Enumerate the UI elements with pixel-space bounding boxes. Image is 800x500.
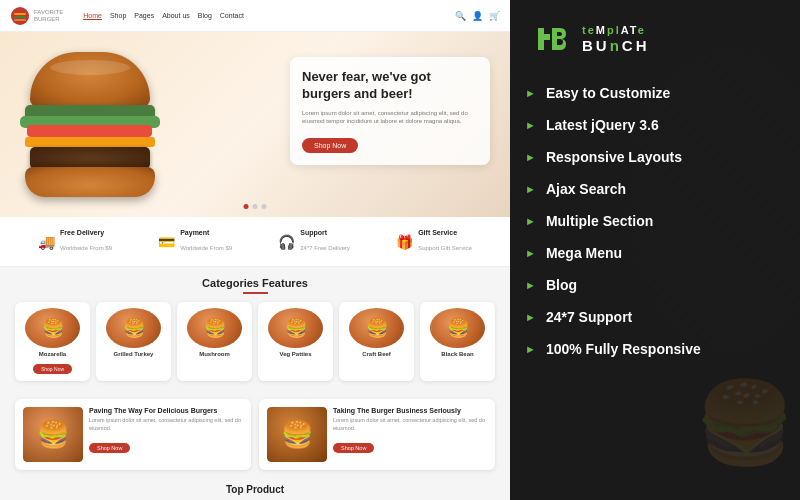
svg-rect-4 bbox=[530, 18, 572, 60]
svg-rect-2 bbox=[14, 16, 26, 18]
brand-header: teMplATe BUnCH bbox=[510, 0, 800, 72]
nav-home[interactable]: Home bbox=[83, 12, 102, 20]
arrow-icon-3: ► bbox=[525, 183, 536, 195]
delivery-icon: 🚚 bbox=[38, 234, 55, 250]
promo-card-1: 🍔 Taking The Burger Business Seriously L… bbox=[259, 399, 495, 470]
svg-rect-1 bbox=[14, 13, 26, 15]
arrow-icon-4: ► bbox=[525, 215, 536, 227]
feature-label-3: Ajax Search bbox=[546, 181, 626, 197]
patty bbox=[30, 147, 150, 169]
bun-bottom bbox=[25, 167, 155, 197]
hero-content: Never fear, we've got burgers and beer! … bbox=[290, 57, 490, 165]
shop-now-button[interactable]: Shop Now bbox=[302, 138, 358, 153]
hero-section: Never fear, we've got burgers and beer! … bbox=[0, 32, 510, 217]
brand-name-line1: te bbox=[582, 24, 596, 36]
promo-img-0: 🍔 bbox=[23, 407, 83, 462]
feature-label-0: Easy to Customize bbox=[546, 85, 670, 101]
bun-top bbox=[30, 52, 150, 107]
feature-fully-responsive: ► 100% Fully Responsive bbox=[525, 333, 785, 365]
categories-section: Categories Features 🍔 Mozarella Shop Now… bbox=[0, 267, 510, 391]
category-grilled-turkey: 🍔 Grilled Turkey bbox=[96, 302, 171, 381]
promo-btn-0[interactable]: Shop Now bbox=[89, 443, 130, 453]
feature-easy-customize: ► Easy to Customize bbox=[525, 77, 785, 109]
feature-ajax-search: ► Ajax Search bbox=[525, 173, 785, 205]
features-bar: 🚚 Free Delivery Worldwide From $9 💳 Paym… bbox=[0, 217, 510, 267]
arrow-icon-5: ► bbox=[525, 247, 536, 259]
feature-mega-menu: ► Mega Menu bbox=[525, 237, 785, 269]
nav-blog[interactable]: Blog bbox=[198, 12, 212, 20]
feature-label-1: Latest jQuery 3.6 bbox=[546, 117, 659, 133]
brand-name: teMplATe BUnCH bbox=[582, 24, 650, 53]
promo-section: 🍔 Paving The Way For Delicious Burgers L… bbox=[0, 391, 510, 478]
feature-label-7: 24*7 Support bbox=[546, 309, 632, 325]
lettuce bbox=[25, 105, 155, 123]
category-mozarella: 🍔 Mozarella Shop Now bbox=[15, 302, 90, 381]
dot-3[interactable] bbox=[262, 204, 267, 209]
promo-btn-1[interactable]: Shop Now bbox=[333, 443, 374, 453]
categories-underline bbox=[243, 292, 268, 294]
right-panel: teMplATe BUnCH ► Easy to Customize ► Lat… bbox=[510, 0, 800, 500]
arrow-icon-2: ► bbox=[525, 151, 536, 163]
feature-label-4: Multiple Section bbox=[546, 213, 653, 229]
feature-label-6: Blog bbox=[546, 277, 577, 293]
templatebunch-logo-icon bbox=[530, 18, 572, 60]
category-veg-img: 🍔 bbox=[268, 308, 323, 348]
hero-dots bbox=[244, 204, 267, 209]
gift-title: Gift Service bbox=[418, 229, 472, 236]
top-product-label: Top Product bbox=[0, 478, 510, 499]
category-mushroom: 🍔 Mushroom bbox=[177, 302, 252, 381]
cat-name-1: Grilled Turkey bbox=[102, 351, 165, 357]
gift-icon: 🎁 bbox=[396, 234, 413, 250]
category-black-bean: 🍔 Black Bean bbox=[420, 302, 495, 381]
arrow-icon-1: ► bbox=[525, 119, 536, 131]
nav-contact[interactable]: Contact bbox=[220, 12, 244, 20]
dot-2[interactable] bbox=[253, 204, 258, 209]
arrow-icon-6: ► bbox=[525, 279, 536, 291]
category-craft-beef: 🍔 Craft Beef bbox=[339, 302, 414, 381]
arrow-icon-7: ► bbox=[525, 311, 536, 323]
burger-logo-icon bbox=[10, 6, 30, 26]
nav-about[interactable]: About us bbox=[162, 12, 190, 20]
svg-rect-3 bbox=[14, 19, 26, 21]
support-icon: 🎧 bbox=[278, 234, 295, 250]
search-icon[interactable]: 🔍 bbox=[455, 11, 466, 21]
categories-title: Categories Features bbox=[15, 277, 495, 289]
cat-name-3: Veg Patties bbox=[264, 351, 327, 357]
cart-icon[interactable]: 🛒 bbox=[489, 11, 500, 21]
promo-title-0: Paving The Way For Delicious Burgers bbox=[89, 407, 243, 414]
payment-title: Payment bbox=[180, 229, 232, 236]
arrow-icon-0: ► bbox=[525, 87, 536, 99]
promo-text-1: Lorem ipsum dolor sit amet, consectetur … bbox=[333, 417, 487, 432]
nav-pages[interactable]: Pages bbox=[134, 12, 154, 20]
category-mozarella-img: 🍔 bbox=[25, 308, 80, 348]
nav-shop[interactable]: Shop bbox=[110, 12, 126, 20]
feature-label-8: 100% Fully Responsive bbox=[546, 341, 701, 357]
cheese bbox=[25, 137, 155, 147]
user-icon[interactable]: 👤 bbox=[472, 11, 483, 21]
dot-1[interactable] bbox=[244, 204, 249, 209]
feature-gift: 🎁 Gift Service Support Gift Service bbox=[396, 229, 472, 254]
category-veg-patties: 🍔 Veg Patties bbox=[258, 302, 333, 381]
category-mushroom-img: 🍔 bbox=[187, 308, 242, 348]
category-turkey-img: 🍔 bbox=[106, 308, 161, 348]
gift-sub: Support Gift Service bbox=[418, 245, 472, 251]
category-beef-img: 🍔 bbox=[349, 308, 404, 348]
cat-btn-0[interactable]: Shop Now bbox=[33, 364, 72, 374]
support-sub: 24*7 Free Delivery bbox=[300, 245, 350, 251]
nav-icons: 🔍 👤 🛒 bbox=[455, 11, 500, 21]
navbar-brand: FAVORITE BURGER bbox=[34, 9, 63, 22]
feature-multiple-section: ► Multiple Section bbox=[525, 205, 785, 237]
cat-name-2: Mushroom bbox=[183, 351, 246, 357]
feature-label-2: Responsive Layouts bbox=[546, 149, 682, 165]
payment-icon: 💳 bbox=[158, 234, 175, 250]
support-title: Support bbox=[300, 229, 350, 236]
left-panel: FAVORITE BURGER Home Shop Pages About us… bbox=[0, 0, 510, 500]
delivery-title: Free Delivery bbox=[60, 229, 112, 236]
feature-delivery: 🚚 Free Delivery Worldwide From $9 bbox=[38, 229, 112, 254]
cat-name-0: Mozarella bbox=[21, 351, 84, 357]
feature-jquery: ► Latest jQuery 3.6 bbox=[525, 109, 785, 141]
promo-img-1: 🍔 bbox=[267, 407, 327, 462]
hero-burger-image bbox=[5, 37, 180, 212]
feature-payment: 💳 Payment Worldwide From $9 bbox=[158, 229, 232, 254]
feature-support: 🎧 Support 24*7 Free Delivery bbox=[278, 229, 350, 254]
